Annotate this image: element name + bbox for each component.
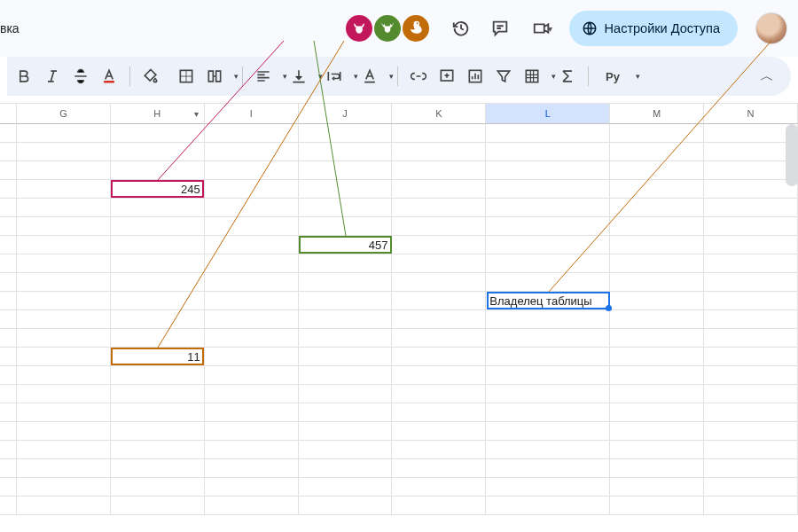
cell[interactable] (0, 199, 17, 217)
cell[interactable] (392, 497, 486, 515)
cell[interactable] (486, 348, 610, 366)
cell[interactable] (392, 403, 486, 422)
cell[interactable] (205, 403, 299, 422)
merge-cells-button[interactable]: ▾ (201, 63, 235, 90)
cell[interactable] (205, 478, 299, 497)
cell[interactable] (486, 366, 610, 385)
cell-J7[interactable]: 457 (299, 236, 393, 254)
column-header-L[interactable]: L (486, 104, 610, 124)
cell[interactable] (392, 292, 486, 310)
spreadsheet-grid[interactable]: GH▾IJKLMN 245457Владелец таблицы11 (0, 103, 798, 532)
cell[interactable] (299, 422, 393, 441)
cell[interactable] (486, 199, 610, 217)
cell[interactable] (704, 199, 798, 217)
cell[interactable] (486, 273, 610, 292)
cell[interactable] (486, 497, 610, 515)
cell[interactable] (111, 459, 205, 478)
cell[interactable] (0, 161, 17, 180)
cell[interactable] (0, 310, 17, 329)
cell[interactable] (0, 366, 17, 385)
collapse-toolbar-button[interactable]: ︿ (754, 63, 780, 90)
collaborator-avatar-bull[interactable] (346, 15, 372, 42)
table-view-button[interactable]: ▾ (519, 63, 552, 90)
column-header-M[interactable]: M (610, 104, 704, 124)
cell[interactable] (17, 199, 111, 217)
cell[interactable] (299, 254, 393, 273)
cell[interactable] (610, 329, 704, 348)
collaborator-avatar-moose[interactable] (374, 15, 401, 42)
cell[interactable] (486, 310, 610, 329)
cell[interactable] (704, 459, 798, 478)
cell[interactable] (610, 497, 704, 515)
cell[interactable] (17, 366, 111, 385)
cell[interactable] (610, 143, 704, 161)
cell[interactable] (205, 161, 299, 180)
cell[interactable] (392, 217, 486, 236)
cell[interactable] (0, 422, 17, 441)
cell[interactable] (17, 273, 111, 292)
cell[interactable] (610, 366, 704, 385)
cell[interactable] (299, 348, 393, 366)
cell[interactable] (205, 254, 299, 273)
cell[interactable] (610, 161, 704, 180)
cell[interactable] (17, 254, 111, 273)
cell[interactable] (610, 180, 704, 199)
cell[interactable] (704, 161, 798, 180)
cell[interactable] (0, 478, 17, 497)
cell[interactable] (205, 143, 299, 161)
strikethrough-button[interactable] (67, 63, 94, 90)
cell[interactable] (299, 217, 393, 236)
cell[interactable] (704, 254, 798, 273)
cell[interactable] (704, 273, 798, 292)
cell[interactable] (392, 348, 486, 366)
cell[interactable] (610, 124, 704, 143)
column-header-J[interactable]: J (299, 104, 393, 124)
cell[interactable] (0, 348, 17, 366)
comments-button[interactable] (484, 12, 516, 44)
cell[interactable] (0, 143, 17, 161)
cell[interactable] (704, 441, 798, 459)
column-header-I[interactable]: I (205, 104, 299, 124)
cell[interactable] (0, 497, 17, 515)
cell[interactable] (610, 478, 704, 497)
cell[interactable] (299, 180, 393, 199)
text-wrap-button[interactable]: ▾ (321, 63, 355, 90)
cell[interactable] (299, 366, 393, 385)
cell[interactable] (0, 124, 17, 143)
borders-button[interactable] (173, 63, 200, 90)
cell[interactable] (704, 403, 798, 422)
cell[interactable] (0, 385, 17, 403)
column-header-H[interactable]: H▾ (111, 104, 205, 124)
cell[interactable] (299, 385, 393, 403)
cell[interactable] (704, 124, 798, 143)
share-button[interactable]: Настройки Доступа (569, 11, 738, 46)
cell[interactable] (610, 217, 704, 236)
cell[interactable] (0, 459, 17, 478)
fill-color-button[interactable] (137, 63, 171, 90)
cell[interactable] (17, 478, 111, 497)
cell[interactable] (205, 273, 299, 292)
cell[interactable] (486, 236, 610, 254)
cell[interactable] (704, 366, 798, 385)
cell[interactable] (17, 292, 111, 310)
cell-H4[interactable]: 245 (111, 180, 205, 199)
cell[interactable] (704, 217, 798, 236)
cell[interactable] (17, 180, 111, 199)
cell[interactable] (205, 497, 299, 515)
cell[interactable] (299, 459, 393, 478)
cell[interactable] (299, 478, 393, 497)
cell[interactable] (486, 422, 610, 441)
cell[interactable] (299, 199, 393, 217)
cell[interactable] (392, 366, 486, 385)
cell[interactable] (205, 292, 299, 310)
cell[interactable] (205, 385, 299, 403)
cell[interactable] (205, 236, 299, 254)
cell[interactable] (205, 199, 299, 217)
cell[interactable] (486, 329, 610, 348)
column-header-G[interactable]: G (17, 104, 111, 124)
cell[interactable] (704, 180, 798, 199)
cell[interactable] (17, 236, 111, 254)
cell-L10[interactable]: Владелец таблицы (486, 292, 610, 310)
cell[interactable] (299, 124, 393, 143)
cell[interactable] (17, 143, 111, 161)
